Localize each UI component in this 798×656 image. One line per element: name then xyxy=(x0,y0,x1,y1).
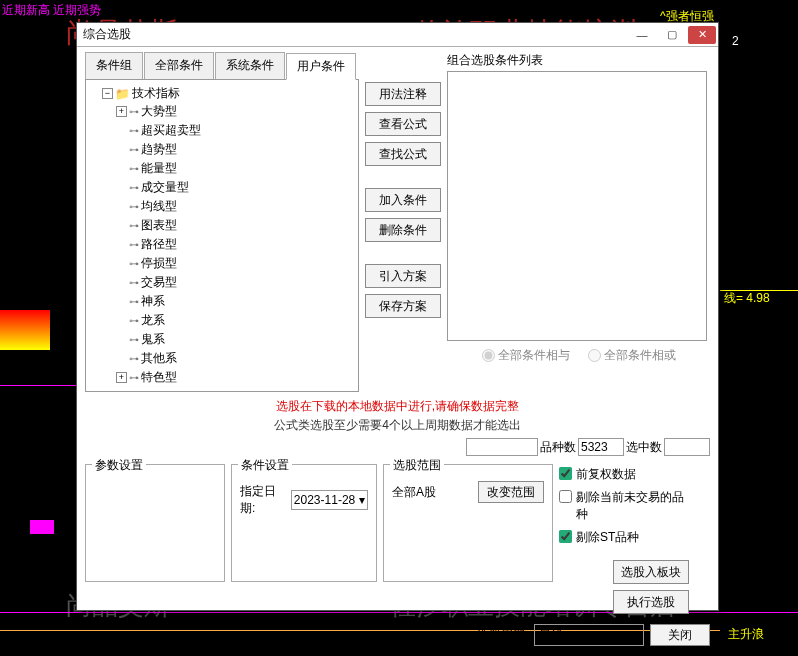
key-icon: ⊶ xyxy=(129,201,139,212)
period-select[interactable]: 日线 ▾ xyxy=(534,624,644,646)
key-icon: ⊶ xyxy=(129,296,139,307)
tabs: 条件组 全部条件 系统条件 用户条件 xyxy=(85,52,359,79)
tree-item[interactable]: ⊶ 能量型 xyxy=(116,160,356,177)
tab-all[interactable]: 全部条件 xyxy=(144,52,214,79)
tree-item-label: 交易型 xyxy=(141,274,177,291)
info-message: 公式类选股至少需要4个以上周期数据才能选出 xyxy=(85,417,710,434)
bg-candle-2 xyxy=(30,520,54,534)
execute-button[interactable]: 执行选股 xyxy=(613,590,689,614)
add-condition-button[interactable]: 加入条件 xyxy=(365,188,441,212)
tree-item[interactable]: ⊶ 图表型 xyxy=(116,217,356,234)
radio-or[interactable]: 全部条件相或 xyxy=(588,347,676,364)
tree-item-label: 龙系 xyxy=(141,312,165,329)
key-icon: ⊶ xyxy=(129,144,139,155)
close-window-button[interactable]: ✕ xyxy=(688,26,716,44)
close-button[interactable]: 关闭 xyxy=(650,624,710,646)
key-icon: ⊶ xyxy=(129,106,139,117)
count-label-2: 选中数 xyxy=(626,439,662,456)
tree-item-label: 停损型 xyxy=(141,255,177,272)
period-value: 日线 xyxy=(539,627,563,644)
tree-root[interactable]: − 📁 技术指标 xyxy=(102,85,356,102)
key-icon: ⊶ xyxy=(129,182,139,193)
range-value: 全部A股 xyxy=(392,484,436,501)
key-icon: ⊶ xyxy=(129,220,139,231)
bg-main-wave: 主升浪 xyxy=(728,626,764,643)
tree-item[interactable]: +⊶ 大势型 xyxy=(116,103,356,120)
tab-groups[interactable]: 条件组 xyxy=(85,52,143,79)
bg-line-3 xyxy=(0,385,76,386)
radio-or-label: 全部条件相或 xyxy=(604,347,676,364)
tree-item[interactable]: ⊶ 趋势型 xyxy=(116,141,356,158)
tree-item[interactable]: ⊶ 神系 xyxy=(116,293,356,310)
check-remove-notrade[interactable]: 剔除当前未交易的品种 xyxy=(559,489,689,523)
window-title: 综合选股 xyxy=(83,26,628,43)
titlebar[interactable]: 综合选股 — ▢ ✕ xyxy=(77,23,718,47)
find-formula-button[interactable]: 查找公式 xyxy=(365,142,441,166)
check-remove-st-label: 剔除ST品种 xyxy=(576,529,639,546)
tree-item-label: 超买超卖型 xyxy=(141,122,201,139)
tree-item[interactable]: ⊶ 停损型 xyxy=(116,255,356,272)
tree-item[interactable]: ⊶ 路径型 xyxy=(116,236,356,253)
cond-legend: 条件设置 xyxy=(238,457,292,474)
check-fq-label: 前复权数据 xyxy=(576,466,636,483)
key-icon: ⊶ xyxy=(129,239,139,250)
tree-item-label: 路径型 xyxy=(141,236,177,253)
tree-item-label: 大势型 xyxy=(141,103,177,120)
indicator-tree[interactable]: − 📁 技术指标 +⊶ 大势型⊶ 超买超卖型⊶ 趋势型⊶ 能量型⊶ 成交量型⊶ … xyxy=(85,79,359,392)
tree-item-label: 均线型 xyxy=(141,198,177,215)
tree-item[interactable]: ⊶ 成交量型 xyxy=(116,179,356,196)
condition-list-label: 组合选股条件列表 xyxy=(447,52,710,69)
tree-item[interactable]: ⊶ 鬼系 xyxy=(116,331,356,348)
tree-item-label: 成交量型 xyxy=(141,179,189,196)
tree-item[interactable]: ⊶ 其他系 xyxy=(116,350,356,367)
tree-item[interactable]: ⊶ 均线型 xyxy=(116,198,356,215)
tab-system[interactable]: 系统条件 xyxy=(215,52,285,79)
date-input[interactable]: 2023-11-28 ▾ xyxy=(291,490,368,510)
tree-item[interactable]: ⊶ 龙系 xyxy=(116,312,356,329)
check-remove-notrade-label: 剔除当前未交易的品种 xyxy=(576,489,689,523)
usage-button[interactable]: 用法注释 xyxy=(365,82,441,106)
del-condition-button[interactable]: 删除条件 xyxy=(365,218,441,242)
chevron-down-icon: ▾ xyxy=(633,628,639,642)
key-icon: ⊶ xyxy=(129,315,139,326)
tab-user[interactable]: 用户条件 xyxy=(286,53,356,80)
tree-item[interactable]: ⊶ 超买超卖型 xyxy=(116,122,356,139)
date-label: 指定日期: xyxy=(240,483,287,517)
tree-root-label: 技术指标 xyxy=(132,85,180,102)
to-block-button[interactable]: 选股入板块 xyxy=(613,560,689,584)
check-remove-st[interactable]: 剔除ST品种 xyxy=(559,529,689,546)
key-icon: ⊶ xyxy=(129,277,139,288)
tree-item-label: 图表型 xyxy=(141,217,177,234)
count-total-input[interactable] xyxy=(578,438,624,456)
count-label-1: 品种数 xyxy=(540,439,576,456)
radio-and[interactable]: 全部条件相与 xyxy=(482,347,570,364)
folder-icon: 📁 xyxy=(115,87,130,101)
tree-item[interactable]: +⊶ 特色型 xyxy=(116,369,356,386)
dialog-window: 综合选股 — ▢ ✕ 条件组 全部条件 系统条件 用户条件 xyxy=(76,22,719,611)
key-icon: ⊶ xyxy=(129,353,139,364)
collapse-icon[interactable]: − xyxy=(102,88,113,99)
param-fieldset: 参数设置 xyxy=(85,464,225,582)
param-legend: 参数设置 xyxy=(92,457,146,474)
expand-icon[interactable]: + xyxy=(116,106,127,117)
key-icon: ⊶ xyxy=(129,334,139,345)
tree-item-label: 特色型 xyxy=(141,369,177,386)
maximize-button[interactable]: ▢ xyxy=(658,26,686,44)
count-selected-input[interactable] xyxy=(664,438,710,456)
period-label: 选股周期: xyxy=(477,627,528,644)
chevron-down-icon: ▾ xyxy=(359,493,365,507)
expand-icon[interactable]: + xyxy=(116,372,127,383)
bg-num: 2 xyxy=(732,34,739,48)
import-plan-button[interactable]: 引入方案 xyxy=(365,264,441,288)
save-plan-button[interactable]: 保存方案 xyxy=(365,294,441,318)
tree-item-label: 神系 xyxy=(141,293,165,310)
minimize-button[interactable]: — xyxy=(628,26,656,44)
tree-item[interactable]: ⊶ 交易型 xyxy=(116,274,356,291)
view-formula-button[interactable]: 查看公式 xyxy=(365,112,441,136)
check-fq[interactable]: 前复权数据 xyxy=(559,466,689,483)
cond-fieldset: 条件设置 指定日期: 2023-11-28 ▾ xyxy=(231,464,377,582)
extra-input[interactable] xyxy=(466,438,538,456)
change-range-button[interactable]: 改变范围 xyxy=(478,481,544,503)
condition-list[interactable] xyxy=(447,71,707,341)
range-legend: 选股范围 xyxy=(390,457,444,474)
